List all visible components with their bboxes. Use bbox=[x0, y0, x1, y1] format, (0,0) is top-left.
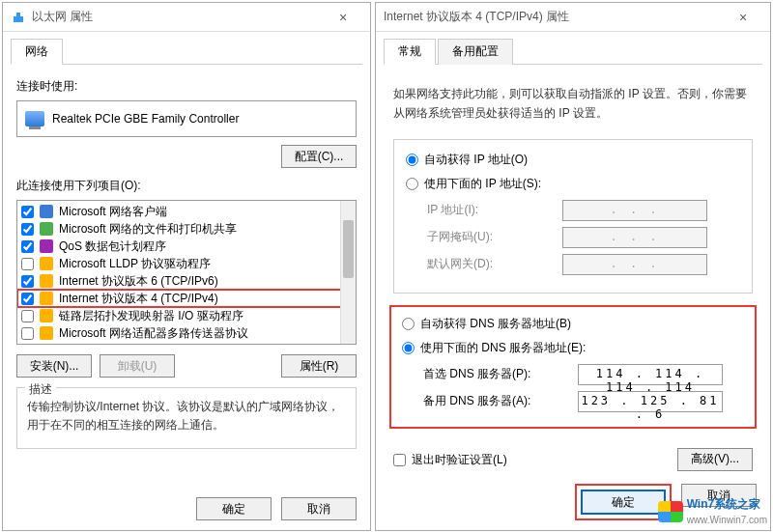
protocol-checkbox[interactable] bbox=[21, 206, 34, 218]
preferred-dns-label: 首选 DNS 服务器(P): bbox=[423, 366, 578, 382]
protocol-label: Internet 协议版本 6 (TCP/IPv6) bbox=[59, 273, 218, 290]
protocol-label: Microsoft 网络适配器多路传送器协议 bbox=[59, 325, 248, 342]
ethernet-properties-window: 以太网 属性 × 网络 连接时使用: Realtek PCIe GBE Fami… bbox=[2, 2, 371, 531]
scrollbar[interactable] bbox=[340, 201, 356, 344]
ok-button[interactable]: 确定 bbox=[581, 490, 666, 515]
protocol-checkbox[interactable] bbox=[21, 327, 34, 340]
tab-network[interactable]: 网络 bbox=[11, 39, 63, 65]
validate-checkbox-row: 退出时验证设置(L) bbox=[393, 452, 507, 468]
list-item[interactable]: Microsoft 网络的文件和打印机共享 bbox=[17, 220, 356, 238]
protocol-checkbox[interactable] bbox=[21, 240, 34, 253]
gateway-label: 默认网关(D): bbox=[427, 256, 562, 272]
watermark-brand: Win7系统之家 bbox=[687, 497, 761, 511]
properties-button[interactable]: 属性(R) bbox=[281, 354, 357, 378]
gateway-input: . . . bbox=[562, 254, 707, 275]
nic-icon bbox=[25, 111, 44, 126]
validate-label: 退出时验证设置(L) bbox=[412, 452, 507, 468]
ip-address-label: IP 地址(I): bbox=[427, 202, 562, 218]
items-label: 此连接使用下列项目(O): bbox=[16, 178, 357, 194]
connect-using-label: 连接时使用: bbox=[16, 78, 357, 95]
description-text: 传输控制协议/Internet 协议。该协议是默认的广域网络协议，用于在不同的相… bbox=[27, 400, 339, 432]
window-title: Internet 协议版本 4 (TCP/IPv4) 属性 bbox=[384, 9, 569, 25]
alternate-dns-input[interactable]: 123 . 125 . 81 . 6 bbox=[578, 391, 723, 412]
configure-button[interactable]: 配置(C)... bbox=[281, 145, 357, 168]
list-item[interactable]: Internet 协议版本 6 (TCP/IPv6) bbox=[17, 272, 356, 290]
tab-general[interactable]: 常规 bbox=[384, 39, 436, 65]
uninstall-button: 卸载(U) bbox=[100, 354, 175, 378]
list-item[interactable]: Microsoft 网络客户端 bbox=[17, 203, 356, 220]
list-item[interactable]: Microsoft LLDP 协议驱动程序 bbox=[17, 255, 356, 272]
preferred-dns-input[interactable]: 114 . 114 . 114 . 114 bbox=[578, 364, 723, 385]
panel-right: 如果网络支持此功能，则可以获取自动指派的 IP 设置。否则，你需要从网络系统管理… bbox=[376, 65, 770, 481]
subnet-mask-input: . . . bbox=[562, 227, 707, 248]
protocol-icon bbox=[40, 257, 53, 270]
tabs-right: 常规 备用配置 bbox=[384, 38, 762, 65]
ip-auto-radio[interactable] bbox=[406, 154, 418, 166]
close-icon[interactable]: × bbox=[324, 10, 362, 25]
ip-auto-label: 自动获得 IP 地址(O) bbox=[424, 152, 528, 168]
ok-button[interactable]: 确定 bbox=[196, 497, 272, 520]
dns-highlight: 自动获得 DNS 服务器地址(B) 使用下面的 DNS 服务器地址(E): 首选… bbox=[389, 305, 757, 429]
protocol-icon bbox=[40, 326, 53, 340]
ip-address-input: . . . bbox=[562, 200, 707, 221]
watermark-url: www.Winwin7.com bbox=[687, 515, 767, 525]
validate-checkbox[interactable] bbox=[393, 454, 406, 466]
adapter-name: Realtek PCIe GBE Family Controller bbox=[52, 112, 239, 126]
protocol-icon bbox=[40, 309, 53, 322]
scroll-thumb[interactable] bbox=[343, 220, 354, 278]
list-item[interactable]: Microsoft 网络适配器多路传送器协议 bbox=[17, 324, 356, 342]
list-item[interactable]: Internet 协议版本 4 (TCP/IPv4) bbox=[17, 290, 356, 307]
list-item[interactable]: QoS 数据包计划程序 bbox=[17, 238, 356, 255]
subnet-mask-label: 子网掩码(U): bbox=[427, 229, 562, 245]
protocol-label: Internet 协议版本 4 (TCP/IPv4) bbox=[59, 291, 218, 307]
ethernet-icon bbox=[11, 10, 26, 25]
dns-auto-label: 自动获得 DNS 服务器地址(B) bbox=[420, 316, 571, 332]
install-button[interactable]: 安装(N)... bbox=[16, 354, 92, 378]
tabs-left: 网络 bbox=[11, 38, 362, 65]
protocol-icon bbox=[40, 274, 53, 288]
protocol-listbox[interactable]: Microsoft 网络客户端Microsoft 网络的文件和打印机共享QoS … bbox=[16, 200, 357, 345]
windows-logo-icon bbox=[658, 501, 683, 522]
svg-rect-1 bbox=[16, 13, 20, 16]
ip-manual-label: 使用下面的 IP 地址(S): bbox=[424, 176, 541, 192]
alternate-dns-label: 备用 DNS 服务器(A): bbox=[423, 393, 578, 409]
intro-text: 如果网络支持此功能，则可以获取自动指派的 IP 设置。否则，你需要从网络系统管理… bbox=[393, 84, 753, 124]
protocol-checkbox[interactable] bbox=[21, 293, 34, 305]
tab-altconfig[interactable]: 备用配置 bbox=[438, 39, 513, 65]
svg-rect-0 bbox=[14, 16, 23, 22]
titlebar-left: 以太网 属性 × bbox=[3, 3, 370, 32]
protocol-checkbox[interactable] bbox=[21, 258, 34, 270]
ip-group: 自动获得 IP 地址(O) 使用下面的 IP 地址(S): IP 地址(I): … bbox=[393, 139, 753, 294]
ipv4-properties-window: Internet 协议版本 4 (TCP/IPv4) 属性 × 常规 备用配置 … bbox=[375, 2, 771, 531]
dns-auto-radio[interactable] bbox=[402, 318, 415, 330]
description-legend: 描述 bbox=[25, 380, 56, 399]
protocol-icon bbox=[40, 205, 53, 218]
cancel-button[interactable]: 取消 bbox=[281, 497, 357, 520]
ip-manual-radio[interactable] bbox=[406, 178, 418, 190]
adapter-box: Realtek PCIe GBE Family Controller bbox=[16, 100, 357, 137]
close-icon[interactable]: × bbox=[724, 10, 762, 25]
titlebar-right: Internet 协议版本 4 (TCP/IPv4) 属性 × bbox=[376, 3, 770, 32]
description-box: 描述 传输控制协议/Internet 协议。该协议是默认的广域网络协议，用于在不… bbox=[16, 387, 357, 449]
protocol-checkbox[interactable] bbox=[21, 310, 34, 322]
dns-manual-radio[interactable] bbox=[402, 342, 415, 354]
protocol-icon bbox=[40, 239, 53, 253]
dns-group: 自动获得 DNS 服务器地址(B) 使用下面的 DNS 服务器地址(E): 首选… bbox=[392, 308, 754, 426]
advanced-button[interactable]: 高级(V)... bbox=[677, 448, 753, 471]
protocol-label: QoS 数据包计划程序 bbox=[59, 238, 166, 255]
protocol-checkbox[interactable] bbox=[21, 275, 34, 288]
protocol-icon bbox=[40, 222, 53, 236]
protocol-label: Microsoft LLDP 协议驱动程序 bbox=[59, 256, 211, 272]
protocol-label: 链路层拓扑发现映射器 I/O 驱动程序 bbox=[59, 308, 243, 324]
list-item[interactable]: 链路层拓扑发现映射器 I/O 驱动程序 bbox=[17, 307, 356, 324]
dns-manual-label: 使用下面的 DNS 服务器地址(E): bbox=[420, 340, 586, 356]
panel-left: 连接时使用: Realtek PCIe GBE Family Controlle… bbox=[3, 65, 370, 459]
protocol-icon bbox=[40, 292, 53, 305]
protocol-checkbox[interactable] bbox=[21, 223, 34, 236]
watermark: Win7系统之家 www.Winwin7.com bbox=[658, 496, 767, 526]
window-title: 以太网 属性 bbox=[32, 9, 93, 25]
protocol-label: Microsoft 网络的文件和打印机共享 bbox=[59, 221, 237, 238]
protocol-label: Microsoft 网络客户端 bbox=[59, 204, 167, 220]
